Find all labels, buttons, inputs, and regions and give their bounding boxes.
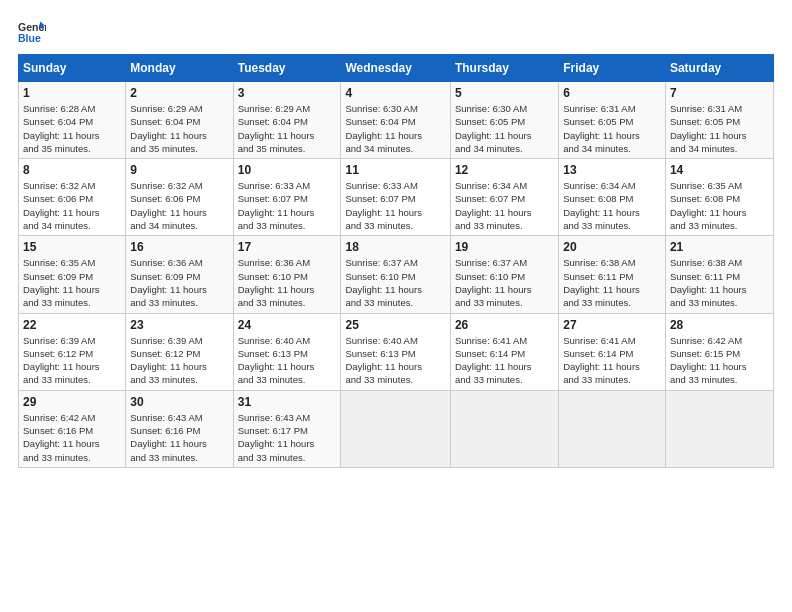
page: General Blue SundayMondayTuesdayWednesda… bbox=[0, 0, 792, 612]
day-detail: Sunrise: 6:31 AM Sunset: 6:05 PM Dayligh… bbox=[563, 102, 661, 155]
calendar-cell: 13Sunrise: 6:34 AM Sunset: 6:08 PM Dayli… bbox=[559, 159, 666, 236]
calendar-week-row: 1Sunrise: 6:28 AM Sunset: 6:04 PM Daylig… bbox=[19, 82, 774, 159]
day-number: 15 bbox=[23, 240, 121, 254]
calendar-cell: 2Sunrise: 6:29 AM Sunset: 6:04 PM Daylig… bbox=[126, 82, 233, 159]
day-detail: Sunrise: 6:34 AM Sunset: 6:08 PM Dayligh… bbox=[563, 179, 661, 232]
calendar-cell: 1Sunrise: 6:28 AM Sunset: 6:04 PM Daylig… bbox=[19, 82, 126, 159]
day-detail: Sunrise: 6:43 AM Sunset: 6:16 PM Dayligh… bbox=[130, 411, 228, 464]
day-number: 11 bbox=[345, 163, 445, 177]
calendar-cell: 3Sunrise: 6:29 AM Sunset: 6:04 PM Daylig… bbox=[233, 82, 341, 159]
day-number: 6 bbox=[563, 86, 661, 100]
day-number: 31 bbox=[238, 395, 337, 409]
calendar-table: SundayMondayTuesdayWednesdayThursdayFrid… bbox=[18, 54, 774, 468]
day-detail: Sunrise: 6:31 AM Sunset: 6:05 PM Dayligh… bbox=[670, 102, 769, 155]
day-number: 25 bbox=[345, 318, 445, 332]
calendar-cell: 19Sunrise: 6:37 AM Sunset: 6:10 PM Dayli… bbox=[450, 236, 558, 313]
day-number: 10 bbox=[238, 163, 337, 177]
weekday-header-row: SundayMondayTuesdayWednesdayThursdayFrid… bbox=[19, 55, 774, 82]
day-number: 27 bbox=[563, 318, 661, 332]
weekday-header-wednesday: Wednesday bbox=[341, 55, 450, 82]
calendar-cell: 16Sunrise: 6:36 AM Sunset: 6:09 PM Dayli… bbox=[126, 236, 233, 313]
calendar-cell: 15Sunrise: 6:35 AM Sunset: 6:09 PM Dayli… bbox=[19, 236, 126, 313]
day-detail: Sunrise: 6:42 AM Sunset: 6:16 PM Dayligh… bbox=[23, 411, 121, 464]
weekday-header-tuesday: Tuesday bbox=[233, 55, 341, 82]
calendar-cell: 6Sunrise: 6:31 AM Sunset: 6:05 PM Daylig… bbox=[559, 82, 666, 159]
day-detail: Sunrise: 6:38 AM Sunset: 6:11 PM Dayligh… bbox=[670, 256, 769, 309]
day-number: 24 bbox=[238, 318, 337, 332]
calendar-body: 1Sunrise: 6:28 AM Sunset: 6:04 PM Daylig… bbox=[19, 82, 774, 468]
day-number: 29 bbox=[23, 395, 121, 409]
day-number: 12 bbox=[455, 163, 554, 177]
day-number: 8 bbox=[23, 163, 121, 177]
day-number: 4 bbox=[345, 86, 445, 100]
day-number: 9 bbox=[130, 163, 228, 177]
calendar-cell: 21Sunrise: 6:38 AM Sunset: 6:11 PM Dayli… bbox=[665, 236, 773, 313]
day-detail: Sunrise: 6:43 AM Sunset: 6:17 PM Dayligh… bbox=[238, 411, 337, 464]
day-detail: Sunrise: 6:29 AM Sunset: 6:04 PM Dayligh… bbox=[238, 102, 337, 155]
day-number: 16 bbox=[130, 240, 228, 254]
svg-text:Blue: Blue bbox=[18, 32, 41, 44]
calendar-cell: 24Sunrise: 6:40 AM Sunset: 6:13 PM Dayli… bbox=[233, 313, 341, 390]
weekday-header-saturday: Saturday bbox=[665, 55, 773, 82]
calendar-cell: 4Sunrise: 6:30 AM Sunset: 6:04 PM Daylig… bbox=[341, 82, 450, 159]
day-number: 14 bbox=[670, 163, 769, 177]
day-detail: Sunrise: 6:32 AM Sunset: 6:06 PM Dayligh… bbox=[23, 179, 121, 232]
calendar-cell: 31Sunrise: 6:43 AM Sunset: 6:17 PM Dayli… bbox=[233, 390, 341, 467]
calendar-cell: 30Sunrise: 6:43 AM Sunset: 6:16 PM Dayli… bbox=[126, 390, 233, 467]
calendar-cell: 20Sunrise: 6:38 AM Sunset: 6:11 PM Dayli… bbox=[559, 236, 666, 313]
day-number: 3 bbox=[238, 86, 337, 100]
day-number: 2 bbox=[130, 86, 228, 100]
calendar-cell: 17Sunrise: 6:36 AM Sunset: 6:10 PM Dayli… bbox=[233, 236, 341, 313]
calendar-week-row: 8Sunrise: 6:32 AM Sunset: 6:06 PM Daylig… bbox=[19, 159, 774, 236]
day-detail: Sunrise: 6:28 AM Sunset: 6:04 PM Dayligh… bbox=[23, 102, 121, 155]
weekday-header-monday: Monday bbox=[126, 55, 233, 82]
day-detail: Sunrise: 6:30 AM Sunset: 6:04 PM Dayligh… bbox=[345, 102, 445, 155]
calendar-cell bbox=[341, 390, 450, 467]
calendar-cell: 23Sunrise: 6:39 AM Sunset: 6:12 PM Dayli… bbox=[126, 313, 233, 390]
day-detail: Sunrise: 6:35 AM Sunset: 6:08 PM Dayligh… bbox=[670, 179, 769, 232]
calendar-cell: 22Sunrise: 6:39 AM Sunset: 6:12 PM Dayli… bbox=[19, 313, 126, 390]
calendar-cell: 26Sunrise: 6:41 AM Sunset: 6:14 PM Dayli… bbox=[450, 313, 558, 390]
day-detail: Sunrise: 6:41 AM Sunset: 6:14 PM Dayligh… bbox=[563, 334, 661, 387]
day-detail: Sunrise: 6:40 AM Sunset: 6:13 PM Dayligh… bbox=[345, 334, 445, 387]
calendar-cell: 18Sunrise: 6:37 AM Sunset: 6:10 PM Dayli… bbox=[341, 236, 450, 313]
day-number: 22 bbox=[23, 318, 121, 332]
day-number: 5 bbox=[455, 86, 554, 100]
calendar-cell bbox=[450, 390, 558, 467]
day-number: 13 bbox=[563, 163, 661, 177]
day-number: 20 bbox=[563, 240, 661, 254]
day-number: 17 bbox=[238, 240, 337, 254]
calendar-cell: 7Sunrise: 6:31 AM Sunset: 6:05 PM Daylig… bbox=[665, 82, 773, 159]
calendar-cell: 10Sunrise: 6:33 AM Sunset: 6:07 PM Dayli… bbox=[233, 159, 341, 236]
day-number: 30 bbox=[130, 395, 228, 409]
day-number: 28 bbox=[670, 318, 769, 332]
calendar-cell: 8Sunrise: 6:32 AM Sunset: 6:06 PM Daylig… bbox=[19, 159, 126, 236]
day-detail: Sunrise: 6:41 AM Sunset: 6:14 PM Dayligh… bbox=[455, 334, 554, 387]
day-number: 7 bbox=[670, 86, 769, 100]
calendar-cell bbox=[559, 390, 666, 467]
calendar-cell bbox=[665, 390, 773, 467]
weekday-header-thursday: Thursday bbox=[450, 55, 558, 82]
weekday-header-friday: Friday bbox=[559, 55, 666, 82]
header: General Blue bbox=[18, 18, 774, 46]
day-detail: Sunrise: 6:37 AM Sunset: 6:10 PM Dayligh… bbox=[455, 256, 554, 309]
day-detail: Sunrise: 6:33 AM Sunset: 6:07 PM Dayligh… bbox=[238, 179, 337, 232]
day-detail: Sunrise: 6:33 AM Sunset: 6:07 PM Dayligh… bbox=[345, 179, 445, 232]
day-number: 23 bbox=[130, 318, 228, 332]
calendar-cell: 11Sunrise: 6:33 AM Sunset: 6:07 PM Dayli… bbox=[341, 159, 450, 236]
calendar-week-row: 22Sunrise: 6:39 AM Sunset: 6:12 PM Dayli… bbox=[19, 313, 774, 390]
logo: General Blue bbox=[18, 18, 46, 46]
calendar-cell: 28Sunrise: 6:42 AM Sunset: 6:15 PM Dayli… bbox=[665, 313, 773, 390]
calendar-cell: 29Sunrise: 6:42 AM Sunset: 6:16 PM Dayli… bbox=[19, 390, 126, 467]
day-detail: Sunrise: 6:42 AM Sunset: 6:15 PM Dayligh… bbox=[670, 334, 769, 387]
day-detail: Sunrise: 6:30 AM Sunset: 6:05 PM Dayligh… bbox=[455, 102, 554, 155]
day-detail: Sunrise: 6:36 AM Sunset: 6:10 PM Dayligh… bbox=[238, 256, 337, 309]
calendar-header: SundayMondayTuesdayWednesdayThursdayFrid… bbox=[19, 55, 774, 82]
day-detail: Sunrise: 6:37 AM Sunset: 6:10 PM Dayligh… bbox=[345, 256, 445, 309]
calendar-cell: 5Sunrise: 6:30 AM Sunset: 6:05 PM Daylig… bbox=[450, 82, 558, 159]
day-number: 21 bbox=[670, 240, 769, 254]
day-detail: Sunrise: 6:36 AM Sunset: 6:09 PM Dayligh… bbox=[130, 256, 228, 309]
general-blue-logo-icon: General Blue bbox=[18, 18, 46, 46]
day-number: 1 bbox=[23, 86, 121, 100]
day-number: 26 bbox=[455, 318, 554, 332]
